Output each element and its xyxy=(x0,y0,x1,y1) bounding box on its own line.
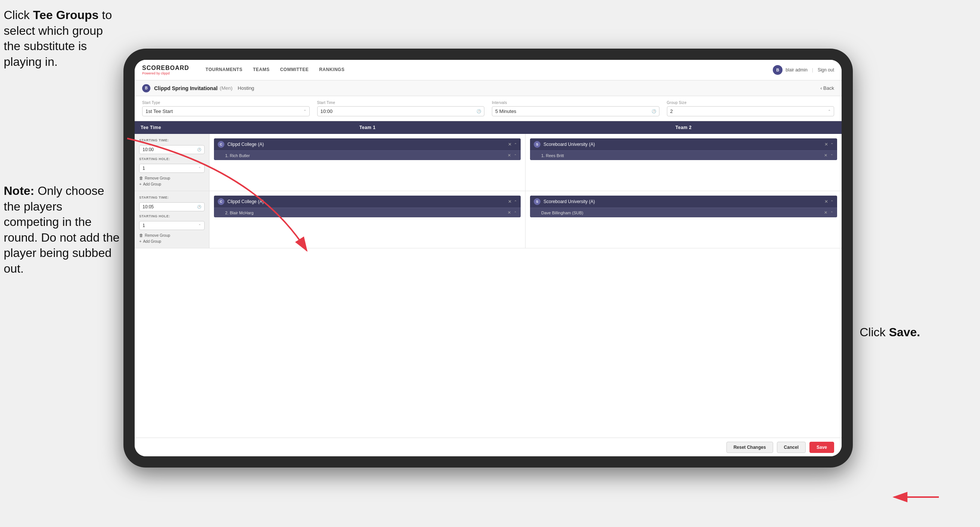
team1-header: Team 1 xyxy=(210,121,525,134)
add-group-2-button[interactable]: + Add Group xyxy=(139,239,205,244)
trash-icon: 🗑 xyxy=(139,176,143,180)
remove-group-1-button[interactable]: 🗑 Remove Group xyxy=(139,176,205,180)
player-remove-icon[interactable]: ✕ xyxy=(824,210,827,215)
remove-group-2-button[interactable]: 🗑 Remove Group xyxy=(139,233,205,237)
group-size-group: Group Size 2 ⌃ xyxy=(667,100,835,116)
user-section: B blair admin | Sign out xyxy=(773,65,834,75)
intervals-clock-icon: 🕐 xyxy=(652,109,656,113)
start-type-chevron-icon: ⌃ xyxy=(303,109,306,113)
group-row: STARTING TIME: 10:00 🕐 STARTING HOLE: 1 … xyxy=(135,134,842,191)
group-1-team1-header: C Clippd College (A) ✕ ⌃ xyxy=(214,139,521,150)
nav-rankings[interactable]: RANKINGS xyxy=(314,60,350,80)
player-name: 1. Rich Butler xyxy=(225,153,504,158)
user-avatar: B xyxy=(773,65,783,75)
settings-row: Start Type 1st Tee Start ⌃ Start Time 10… xyxy=(135,96,842,121)
starting-time-input-2[interactable]: 10:05 🕐 xyxy=(139,202,205,211)
team1-expand-icon[interactable]: ⌃ xyxy=(514,143,517,146)
group-1-team1-card[interactable]: C Clippd College (A) ✕ ⌃ 1. Rich Butler … xyxy=(214,139,521,160)
starting-time-input-1[interactable]: 10:00 🕐 xyxy=(139,145,205,154)
team2-logo: S xyxy=(534,141,541,148)
group-2-actions: 🗑 Remove Group + Add Group xyxy=(139,233,205,244)
group-2-team1-header: C Clippd College (A) ✕ ⌃ xyxy=(214,196,521,208)
time-spinner-icon: 🕐 xyxy=(197,148,201,151)
group-1-team2-header: S Scoreboard University (A) ✕ ⌃ xyxy=(530,139,837,150)
nav-bar: TOURNAMENTS TEAMS COMMITTEE RANKINGS xyxy=(200,60,773,80)
team1-name: Clippd College (A) xyxy=(228,199,505,204)
player-remove-icon[interactable]: ✕ xyxy=(508,153,511,158)
group-1-team2-card[interactable]: S Scoreboard University (A) ✕ ⌃ 1. Rees … xyxy=(530,139,837,160)
player-remove-icon[interactable]: ✕ xyxy=(508,210,511,215)
hosting-label: Hosting xyxy=(238,85,255,91)
player-expand-icon[interactable]: ⌃ xyxy=(830,154,834,158)
group-size-label: Group Size xyxy=(667,100,835,105)
team2-header: Team 2 xyxy=(525,121,842,134)
group-1-sidebar: STARTING TIME: 10:00 🕐 STARTING HOLE: 1 … xyxy=(135,134,210,191)
start-type-input[interactable]: 1st Tee Start ⌃ xyxy=(142,106,310,116)
team2-remove-icon[interactable]: ✕ xyxy=(824,199,828,204)
start-time-label: Start Time xyxy=(317,100,485,105)
team2-remove-icon[interactable]: ✕ xyxy=(824,142,828,147)
player-row: Dave Billingham (SUB) ✕ ⌃ xyxy=(530,208,837,217)
note-instruction: Note: Only choose the players competing … xyxy=(4,183,120,277)
team1-remove-icon[interactable]: ✕ xyxy=(508,199,512,204)
plus-icon: + xyxy=(139,239,142,244)
group-2-team2-header: S Scoreboard University (A) ✕ ⌃ xyxy=(530,196,837,208)
team1-logo: C xyxy=(218,141,224,148)
footer: Reset Changes Cancel Save xyxy=(135,438,842,456)
trash-icon: 🗑 xyxy=(139,233,143,237)
group-1-team2-cell: S Scoreboard University (A) ✕ ⌃ 1. Rees … xyxy=(525,134,842,191)
player-expand-icon[interactable]: ⌃ xyxy=(830,211,834,215)
nav-committee[interactable]: COMMITTEE xyxy=(275,60,314,80)
group-1-actions: 🗑 Remove Group + Add Group xyxy=(139,176,205,186)
starting-time-label-1: STARTING TIME: xyxy=(139,139,205,142)
tee-time-header: Tee Time xyxy=(135,121,210,134)
group-2-team1-card[interactable]: C Clippd College (A) ✕ ⌃ 2. Blair McHarg… xyxy=(214,196,521,217)
time-spinner-icon: 🕐 xyxy=(197,205,201,209)
sign-out-link[interactable]: Sign out xyxy=(818,67,834,73)
team1-name: Clippd College (A) xyxy=(228,142,505,147)
start-time-input[interactable]: 10:00 🕐 xyxy=(317,106,485,116)
intervals-group: Intervals 5 Minutes 🕐 xyxy=(492,100,659,116)
starting-hole-input-2[interactable]: 1 ⌃ xyxy=(139,221,205,230)
group-2-team1-cell: C Clippd College (A) ✕ ⌃ 2. Blair McHarg… xyxy=(210,191,525,248)
start-time-clock-icon: 🕐 xyxy=(477,109,481,113)
intervals-input[interactable]: 5 Minutes 🕐 xyxy=(492,106,659,116)
groups-container: STARTING TIME: 10:00 🕐 STARTING HOLE: 1 … xyxy=(135,134,842,438)
tablet-screen: SCOREBOARD Powered by clippd TOURNAMENTS… xyxy=(135,60,842,456)
group-size-input[interactable]: 2 ⌃ xyxy=(667,106,835,116)
save-button[interactable]: Save xyxy=(810,442,834,453)
main-instruction: Click Tee Groups to select which group t… xyxy=(4,8,120,70)
start-time-group: Start Time 10:00 🕐 xyxy=(317,100,485,116)
team2-name: Scoreboard University (A) xyxy=(544,142,821,147)
start-type-label: Start Type xyxy=(142,100,310,105)
nav-tournaments[interactable]: TOURNAMENTS xyxy=(200,60,248,80)
team2-expand-icon[interactable]: ⌃ xyxy=(830,143,834,146)
starting-hole-label-1: STARTING HOLE: xyxy=(139,157,205,161)
team1-logo: C xyxy=(218,198,224,205)
player-row: 1. Rees Britt ✕ ⌃ xyxy=(530,150,837,160)
group-2-team2-card[interactable]: S Scoreboard University (A) ✕ ⌃ Dave Bil… xyxy=(530,196,837,217)
cancel-button[interactable]: Cancel xyxy=(777,442,806,453)
back-button[interactable]: Back xyxy=(820,85,834,91)
team2-expand-icon[interactable]: ⌃ xyxy=(830,200,834,204)
table-header: Tee Time Team 1 Team 2 xyxy=(135,121,842,134)
reset-changes-button[interactable]: Reset Changes xyxy=(726,442,773,453)
tournament-name: Clippd Spring Invitational xyxy=(154,85,218,91)
team1-expand-icon[interactable]: ⌃ xyxy=(514,200,517,204)
click-save-instruction: Click Save. xyxy=(859,325,920,339)
player-expand-icon[interactable]: ⌃ xyxy=(514,211,517,215)
add-group-1-button[interactable]: + Add Group xyxy=(139,182,205,186)
player-expand-icon[interactable]: ⌃ xyxy=(514,154,517,158)
starting-hole-input-1[interactable]: 1 ⌃ xyxy=(139,164,205,173)
team2-logo: S xyxy=(534,198,541,205)
tournament-gender: (Men) xyxy=(220,85,233,91)
team1-remove-icon[interactable]: ✕ xyxy=(508,142,512,147)
hole-spinner-icon: ⌃ xyxy=(198,166,201,170)
start-type-group: Start Type 1st Tee Start ⌃ xyxy=(142,100,310,116)
nav-teams[interactable]: TEAMS xyxy=(248,60,275,80)
player-row: 1. Rich Butler ✕ ⌃ xyxy=(214,150,521,160)
logo-sub: Powered by clippd xyxy=(142,72,189,75)
player-remove-icon[interactable]: ✕ xyxy=(824,153,827,158)
player-name: 2. Blair McHarg xyxy=(225,210,504,215)
tablet-frame: SCOREBOARD Powered by clippd TOURNAMENTS… xyxy=(123,49,853,468)
